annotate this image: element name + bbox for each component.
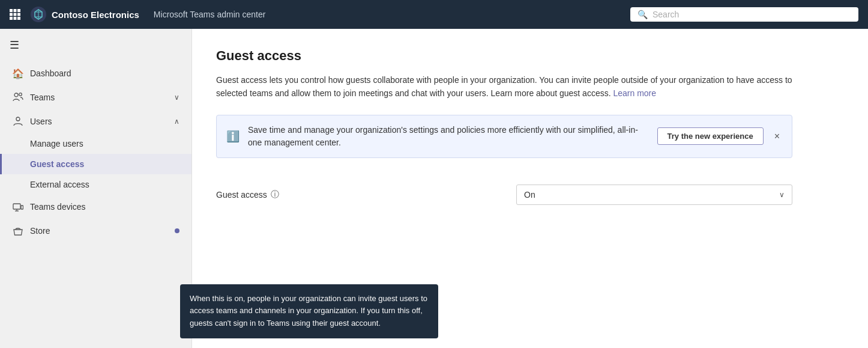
brand-name: Contoso Electronics: [52, 10, 139, 20]
try-new-experience-button[interactable]: Try the new experience: [657, 127, 764, 145]
top-navigation: Contoso Electronics Microsoft Teams admi…: [0, 0, 868, 29]
sidebar-label-dashboard: Dashboard: [30, 69, 179, 78]
waffle-menu[interactable]: [10, 9, 20, 20]
search-icon: 🔍: [637, 10, 648, 19]
learn-more-link[interactable]: Learn more: [613, 88, 656, 98]
banner-close-button[interactable]: ×: [772, 131, 782, 142]
svg-rect-5: [17, 13, 20, 16]
guest-access-dropdown[interactable]: On ∨: [516, 185, 792, 205]
store-icon: [12, 225, 24, 237]
setting-label-text: Guest access: [216, 190, 267, 200]
sidebar-label-teams: Teams: [30, 93, 168, 102]
teams-devices-icon: [12, 201, 24, 213]
svg-rect-4: [14, 13, 17, 16]
teams-icon: [12, 91, 24, 103]
svg-rect-13: [13, 204, 20, 209]
sidebar-label-external-access: External access: [30, 180, 89, 189]
sidebar-hamburger[interactable]: ☰: [0, 29, 191, 61]
sidebar-item-guest-access[interactable]: Guest access: [0, 154, 191, 174]
app-title: Microsoft Teams admin center: [154, 10, 265, 19]
svg-rect-7: [14, 17, 17, 20]
search-box: 🔍: [630, 7, 858, 22]
tooltip-text: When this is on, people in your organiza…: [190, 294, 427, 328]
info-icon: ℹ️: [226, 130, 240, 143]
setting-info-icon[interactable]: ⓘ: [271, 189, 279, 200]
svg-rect-16: [21, 206, 23, 209]
sidebar-label-store: Store: [30, 226, 166, 236]
svg-rect-1: [14, 9, 17, 12]
sidebar-item-dashboard[interactable]: 🏠 Dashboard: [0, 61, 191, 85]
sidebar-label-users: Users: [30, 117, 168, 126]
sidebar-item-users[interactable]: Users ∧: [0, 109, 191, 133]
sidebar-label-teams-devices: Teams devices: [30, 202, 179, 212]
svg-point-10: [14, 93, 18, 97]
info-banner: ℹ️ Save time and manage your organizatio…: [216, 115, 792, 158]
dropdown-chevron-icon: ∨: [779, 191, 785, 199]
banner-text: Save time and manage your organization's…: [248, 124, 649, 149]
guest-access-value: On: [524, 190, 535, 200]
brand-logo-area: Contoso Electronics: [30, 6, 139, 23]
sidebar-label-manage-users: Manage users: [30, 139, 83, 148]
sidebar-item-teams[interactable]: Teams ∨: [0, 85, 191, 109]
sidebar-item-teams-devices[interactable]: Teams devices: [0, 195, 191, 219]
chevron-down-icon: ∨: [174, 93, 179, 102]
page-title: Guest access: [216, 48, 844, 64]
store-badge: [175, 228, 179, 233]
home-icon: 🏠: [12, 67, 24, 79]
chevron-up-icon: ∧: [174, 117, 179, 126]
svg-rect-6: [10, 17, 13, 20]
sidebar: ☰ 🏠 Dashboard Teams ∨: [0, 29, 192, 348]
svg-rect-0: [10, 9, 13, 12]
sidebar-item-external-access[interactable]: External access: [0, 174, 191, 195]
svg-point-12: [16, 117, 20, 121]
tooltip-popup: When this is on, people in your organiza…: [180, 284, 438, 338]
svg-rect-2: [17, 9, 20, 12]
page-description: Guest access lets you control how guests…: [216, 73, 792, 100]
sidebar-item-manage-users[interactable]: Manage users: [0, 133, 191, 154]
svg-rect-3: [10, 13, 13, 16]
guest-access-setting-row: Guest access ⓘ On ∨: [216, 175, 792, 215]
search-input[interactable]: [653, 10, 851, 19]
users-icon: [12, 115, 24, 127]
svg-point-11: [19, 93, 22, 96]
sidebar-label-guest-access: Guest access: [30, 159, 84, 169]
svg-rect-8: [17, 17, 20, 20]
setting-label-area: Guest access ⓘ: [216, 189, 516, 200]
sidebar-item-store[interactable]: Store: [0, 219, 191, 243]
